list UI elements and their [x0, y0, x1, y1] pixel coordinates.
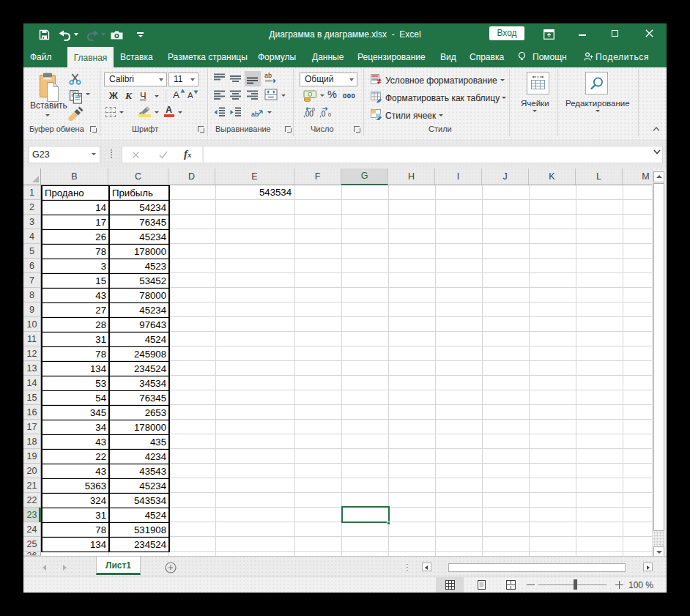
svg-text:≠: ≠ — [377, 77, 382, 85]
svg-text:0: 0 — [312, 107, 315, 112]
svg-text:ab: ab — [264, 72, 272, 79]
svg-text:0: 0 — [328, 112, 331, 117]
svg-text:ab: ab — [251, 111, 259, 118]
svg-text:,0: ,0 — [319, 110, 326, 118]
